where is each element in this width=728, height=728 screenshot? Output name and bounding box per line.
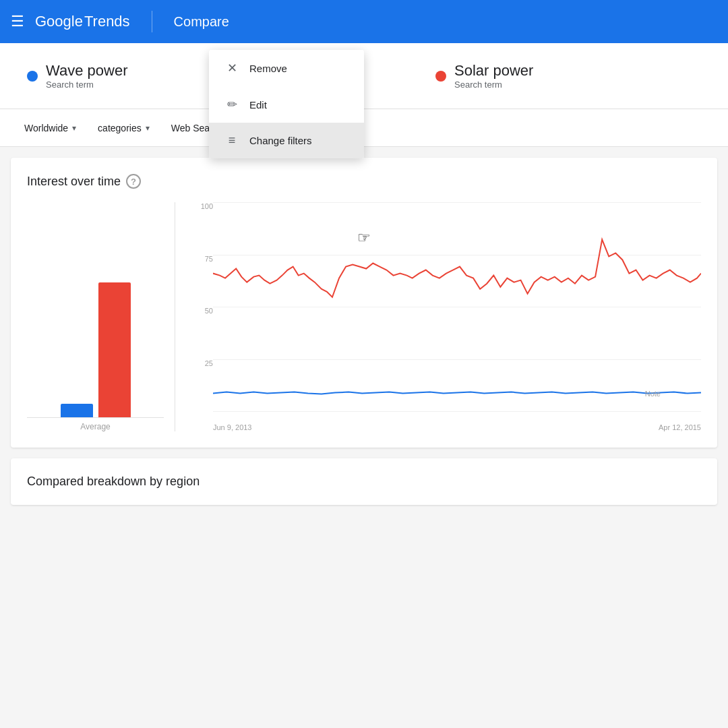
app-logo: Google Trends (35, 13, 130, 30)
remove-label: Remove (249, 63, 287, 74)
wave-power-info: Wave power Search term (46, 62, 127, 90)
x-label-mid: Apr 12, 2015 (659, 423, 701, 431)
x-label-start: Jun 9, 2013 (213, 423, 252, 431)
page-title: Compare (174, 14, 229, 30)
interest-over-time-section: Interest over time ? Average 100 75 50 2… (11, 158, 717, 448)
solar-power-name: Solar power (454, 62, 533, 80)
solar-power-type: Search term (454, 80, 533, 90)
context-dropdown-menu: ✕ Remove ✏ Edit ≡ Change filters (209, 50, 364, 158)
solar-average-bar (98, 282, 131, 417)
categories-filter[interactable]: categories ▾ (90, 117, 158, 139)
wave-power-dot (27, 71, 38, 82)
categories-chevron-icon: ▾ (146, 123, 150, 133)
categories-label: categories (98, 123, 142, 133)
breakdown-title: Compared breakdown by region (27, 475, 200, 488)
breakdown-section: Compared breakdown by region (11, 458, 717, 505)
y-label-25: 25 (186, 359, 213, 367)
y-axis: 100 75 50 25 (186, 202, 213, 411)
help-icon[interactable]: ? (126, 174, 141, 189)
remove-menu-item[interactable]: ✕ Remove (209, 50, 364, 86)
bar-group (61, 229, 131, 417)
y-label-50: 50 (186, 307, 213, 315)
edit-label: Edit (249, 99, 267, 111)
chart-title: Interest over time (27, 175, 121, 189)
filter-bar: Worldwide ▾ categories ▾ Web Search ▾ (0, 109, 728, 147)
wave-power-name: Wave power (46, 62, 127, 80)
change-filters-label: Change filters (249, 135, 312, 146)
logo-google: Google (35, 13, 83, 30)
line-chart-svg (213, 202, 701, 406)
note-label: Note (645, 390, 661, 398)
y-label-100: 100 (186, 202, 213, 210)
solar-power-dot (435, 71, 446, 82)
solar-power-term-card[interactable]: Solar power Search term (425, 54, 593, 98)
wave-average-bar (61, 404, 93, 417)
worldwide-chevron-icon: ▾ (72, 123, 76, 133)
average-bar-section: Average (27, 202, 175, 431)
bar-baseline (27, 417, 164, 418)
average-label: Average (80, 422, 110, 431)
worldwide-filter[interactable]: Worldwide ▾ (16, 117, 84, 139)
chart-title-row: Interest over time ? (27, 174, 701, 189)
edit-menu-item[interactable]: ✏ Edit (209, 86, 364, 123)
menu-icon[interactable]: ☰ (11, 13, 24, 30)
grid-line-0 (213, 411, 701, 412)
filter-icon: ≡ (225, 133, 239, 148)
wave-power-type: Search term (46, 80, 127, 90)
search-bar-area: Wave power Search term ✕ Remove ✏ Edit ≡… (0, 43, 728, 109)
change-filters-menu-item[interactable]: ≡ Change filters (209, 123, 364, 158)
y-label-75: 75 (186, 255, 213, 263)
chart-area: Average 100 75 50 25 (27, 202, 701, 431)
header-divider (152, 11, 152, 32)
remove-icon: ✕ (225, 61, 239, 75)
logo-trends: Trends (84, 13, 130, 30)
wave-power-line (213, 392, 701, 394)
solar-power-info: Solar power Search term (454, 62, 533, 90)
wave-power-term-card[interactable]: Wave power Search term (16, 54, 185, 98)
solar-power-line (213, 239, 701, 297)
worldwide-label: Worldwide (24, 123, 68, 133)
line-chart-section: 100 75 50 25 Note (186, 202, 701, 431)
x-axis-labels: Jun 9, 2013 Apr 12, 2015 (213, 423, 701, 431)
edit-icon: ✏ (225, 97, 239, 112)
app-header: ☰ Google Trends Compare (0, 0, 728, 43)
